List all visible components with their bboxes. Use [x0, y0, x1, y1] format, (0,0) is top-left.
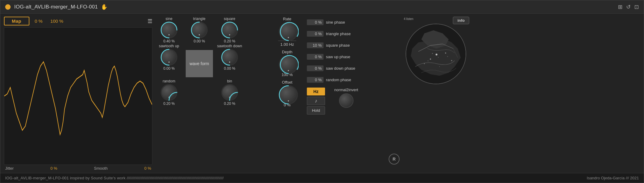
svg-point-20 — [430, 58, 431, 60]
normal2invert-knob[interactable] — [339, 93, 354, 108]
waveform-box[interactable]: wave form — [186, 50, 213, 77]
svg-rect-26 — [438, 57, 439, 58]
phase-row-square: 10 % square phase — [307, 40, 386, 51]
hold-button[interactable]: Hold — [307, 106, 325, 115]
phase-row-saw-down: 0 % saw down phase — [307, 63, 386, 74]
rate-knob[interactable] — [279, 22, 295, 38]
bottom-labels: Jitter 0 % Smooth 0 % — [4, 166, 152, 171]
smooth-label: Smooth — [94, 166, 108, 171]
image-panel: info 4 listen — [403, 17, 469, 171]
main-content: Map 0 % 100 % ☰ Jitter 0 % Smooth 0 % — [0, 14, 644, 173]
waveform-display — [4, 27, 152, 165]
footer-right: Isandro Ojeda-García /// 2021 — [587, 176, 639, 180]
map-button[interactable]: Map — [4, 17, 29, 25]
sine-phase-percent: 0 % — [307, 19, 324, 25]
svg-point-24 — [439, 66, 440, 67]
app-title: IOG-alt_AVLIB-merger_M-LFO-001 — [14, 4, 98, 10]
saw-down-phase-percent: 0 % — [307, 65, 324, 71]
window-icon-1[interactable]: ⊞ — [618, 4, 622, 10]
svg-rect-25 — [432, 53, 433, 54]
hand-icon: ✋ — [101, 4, 108, 10]
footer-left: IOG-alt_AVLIB-merger_M-LFO-001 inspired … — [5, 176, 224, 180]
footer: IOG-alt_AVLIB-merger_M-LFO-001 inspired … — [0, 173, 644, 183]
phase-column: 0 % sine phase 0 % triangle phase 10 % s… — [307, 17, 386, 171]
bin-knob-group: bin 0.20 % — [216, 79, 243, 106]
normal2invert-label: normal2invert — [334, 88, 358, 92]
saw-down-phase-label: saw down phase — [326, 66, 355, 71]
top-knob-row: sine 0.40 % triangle — [155, 17, 267, 43]
saw-up-phase-label: saw up phase — [326, 55, 350, 59]
map-bar: Map 0 % 100 % ☰ — [4, 17, 152, 25]
square-value: 0.20 % — [224, 39, 235, 43]
note-button[interactable]: ♪ — [307, 97, 325, 105]
sine-label: sine — [166, 17, 173, 21]
random-knob-row: random 0.20 % bin — [155, 79, 267, 106]
jitter-value: 0 % — [51, 166, 57, 171]
normal2invert-column: normal2invert — [328, 88, 364, 108]
triangle-knob-group: triangle 0.00 % — [186, 17, 213, 43]
triangle-label: triangle — [193, 17, 206, 21]
triangle-phase-label: triangle phase — [326, 32, 351, 36]
bottom-knob-row: sawtooth up 0.00 % wave form — [155, 44, 267, 77]
map-percent-1: 0 % — [35, 18, 43, 24]
depth-label: Depth — [282, 50, 293, 54]
offset-knob[interactable] — [279, 86, 295, 101]
window-icon-3[interactable]: ⊡ — [634, 4, 639, 10]
random-phase-percent: 0 % — [307, 77, 324, 83]
traffic-light[interactable] — [5, 4, 11, 10]
map-tooltip: 4 listen — [403, 17, 413, 21]
random-value: 0.20 % — [163, 101, 174, 106]
svg-point-9 — [279, 55, 297, 74]
r-button[interactable]: R — [389, 154, 400, 165]
sine-value: 0.40 % — [163, 39, 174, 43]
phase-row-triangle: 0 % triangle phase — [307, 28, 386, 39]
sawtooth-down-knob-group: sawtooth down 0.00 % — [216, 44, 243, 71]
random-knob[interactable] — [161, 85, 177, 100]
rate-value: 1.00 Hz — [281, 42, 294, 47]
svg-point-23 — [451, 60, 452, 61]
right-section: Rate 1.00 Hz Depth — [271, 17, 640, 171]
smooth-value: 0 % — [144, 166, 151, 171]
saw-up-phase-percent: 0 % — [307, 54, 324, 60]
triangle-knob[interactable] — [191, 22, 207, 38]
waveform-box-label: wave form — [190, 61, 209, 66]
triangle-value: 0.00 % — [194, 39, 205, 43]
jitter-label: Jitter — [5, 166, 14, 171]
bin-label: bin — [227, 79, 232, 83]
hz-button[interactable]: Hz — [307, 88, 325, 95]
svg-rect-28 — [447, 56, 448, 57]
svg-point-21 — [445, 52, 446, 54]
square-phase-percent: 10 % — [307, 42, 324, 48]
sawtooth-up-knob[interactable] — [161, 49, 177, 65]
svg-point-8 — [279, 22, 297, 41]
sawtooth-down-label: sawtooth down — [217, 44, 242, 48]
sine-knob-group: sine 0.40 % — [155, 17, 183, 43]
sine-phase-label: sine phase — [326, 20, 345, 25]
square-knob[interactable] — [222, 22, 237, 38]
title-bar-right: ⊞ ↺ ⊡ — [618, 4, 639, 10]
window-icon-2[interactable]: ↺ — [626, 4, 631, 10]
info-button[interactable]: info — [453, 17, 469, 24]
r-button-col: R — [389, 17, 400, 171]
sawtooth-down-value: 0.00 % — [224, 66, 235, 71]
offset-label: Offset — [282, 80, 292, 85]
depth-knob[interactable] — [279, 55, 295, 71]
map-menu-icon[interactable]: ☰ — [148, 18, 152, 25]
phase-row-saw-up: 0 % saw up phase — [307, 51, 386, 62]
left-panel: Map 0 % 100 % ☰ Jitter 0 % Smooth 0 % — [4, 17, 152, 171]
sawtooth-up-value: 0.00 % — [163, 66, 174, 71]
rdo-column: Rate 1.00 Hz Depth — [271, 17, 304, 171]
svg-point-19 — [436, 54, 437, 55]
app-window: IOG-alt_AVLIB-merger_M-LFO-001 ✋ ⊞ ↺ ⊡ M… — [0, 0, 644, 183]
title-bar: IOG-alt_AVLIB-merger_M-LFO-001 ✋ ⊞ ↺ ⊡ — [0, 0, 644, 14]
square-phase-label: square phase — [326, 43, 350, 48]
sawtooth-down-knob[interactable] — [222, 49, 237, 65]
sine-knob[interactable] — [161, 22, 177, 38]
sawtooth-up-knob-group: sawtooth up 0.00 % — [155, 44, 183, 71]
svg-rect-27 — [427, 61, 429, 61]
random-phase-label: random phase — [326, 78, 351, 82]
circular-image — [406, 24, 466, 84]
bin-knob[interactable] — [222, 85, 237, 100]
phase-row-random: 0 % random phase — [307, 74, 386, 85]
phase-row-sine: 0 % sine phase — [307, 17, 386, 28]
